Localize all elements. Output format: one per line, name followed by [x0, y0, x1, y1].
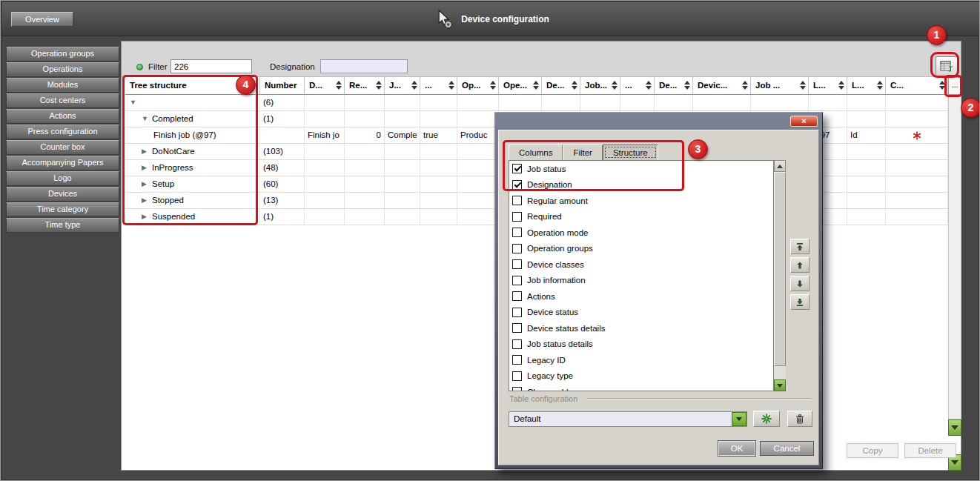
sidebar-item-accompanying-papers[interactable]: Accompanying Papers: [6, 156, 119, 170]
checkbox[interactable]: [512, 276, 522, 285]
sort-icon[interactable]: [533, 81, 539, 90]
checkbox[interactable]: [512, 355, 522, 365]
checkbox[interactable]: [512, 308, 522, 317]
scrollbar-thumb[interactable]: [774, 172, 786, 366]
checkbox[interactable]: [512, 387, 522, 391]
checkbox[interactable]: [512, 339, 522, 349]
column-header-0-tree-structure[interactable]: Tree structure: [125, 77, 260, 95]
dropdown-arrow-button[interactable]: [732, 412, 746, 426]
checkbox[interactable]: [512, 196, 522, 205]
expand-icon[interactable]: ▶: [142, 144, 152, 159]
checklist-item-regular-amount[interactable]: Regular amount: [509, 193, 773, 209]
table-settings-button[interactable]: [936, 56, 958, 76]
checkbox[interactable]: [512, 371, 522, 381]
sidebar-item-operation-groups[interactable]: Operation groups: [6, 47, 119, 62]
checkbox[interactable]: [512, 323, 522, 333]
checklist-item-legacy-id[interactable]: Legacy ID: [509, 352, 773, 368]
collapse-icon[interactable]: ▼: [142, 111, 152, 127]
checklist-item-job-information[interactable]: Job information: [509, 273, 773, 289]
sort-icon[interactable]: [838, 81, 844, 90]
column-header-1-number[interactable]: Number: [260, 77, 305, 95]
checkbox[interactable]: [512, 164, 522, 173]
column-header-16-c[interactable]: C...: [886, 77, 948, 95]
sidebar-item-counter-box[interactable]: Counter box: [6, 140, 119, 155]
column-header-12-devic[interactable]: Devic...: [693, 77, 751, 95]
sort-icon[interactable]: [877, 81, 883, 90]
filter-input[interactable]: [170, 59, 252, 73]
sort-icon[interactable]: [572, 81, 577, 90]
checklist-item-job-status[interactable]: Job status: [509, 161, 773, 177]
sort-icon[interactable]: [742, 81, 748, 90]
sort-icon[interactable]: [448, 81, 454, 90]
checklist-item-actions[interactable]: Actions: [509, 288, 773, 305]
checklist-item-legacy-type[interactable]: Legacy type: [509, 368, 773, 385]
tab-columns[interactable]: Columns: [509, 145, 563, 160]
checklist-item-operation-groups[interactable]: Operation groups: [509, 241, 773, 257]
sort-icon[interactable]: [800, 81, 806, 90]
list-scrollbar[interactable]: [774, 160, 786, 391]
cancel-button[interactable]: Cancel: [760, 441, 814, 456]
sidebar-item-logo[interactable]: Logo: [6, 171, 119, 186]
checkbox[interactable]: [512, 212, 522, 222]
tab-filter[interactable]: Filter: [563, 145, 603, 160]
ok-button[interactable]: OK: [718, 441, 755, 456]
sidebar-item-actions[interactable]: Actions: [6, 109, 119, 124]
move-up-button[interactable]: [790, 257, 810, 273]
sort-icon[interactable]: [646, 81, 652, 90]
checklist-item-device-status[interactable]: Device status: [509, 305, 773, 321]
sort-icon[interactable]: [684, 81, 690, 90]
column-header-15-l[interactable]: L...: [847, 77, 886, 95]
sort-icon[interactable]: [939, 81, 945, 90]
sidebar-item-operations[interactable]: Operations: [6, 62, 119, 77]
designation-input[interactable]: [320, 59, 408, 73]
column-header-9-job[interactable]: Job...: [580, 77, 620, 95]
sidebar-item-time-category[interactable]: Time category: [6, 202, 119, 217]
column-header-7-ope[interactable]: Ope...: [499, 77, 542, 95]
expand-icon[interactable]: ▶: [142, 176, 152, 192]
column-header-3-re[interactable]: Re...: [345, 77, 385, 95]
sort-icon[interactable]: [411, 81, 417, 90]
expand-icon[interactable]: ▶: [142, 160, 152, 176]
dialog-titlebar[interactable]: ×: [495, 113, 822, 129]
column-header-8-de[interactable]: De...: [542, 77, 580, 95]
sidebar-item-devices[interactable]: Devices: [6, 187, 119, 202]
checklist-item-changeable[interactable]: Changeable: [509, 384, 773, 391]
sort-icon[interactable]: [376, 81, 382, 90]
checkbox[interactable]: [512, 180, 522, 190]
footer-button-copy[interactable]: Copy: [847, 443, 898, 458]
new-preset-button[interactable]: [753, 411, 780, 427]
checklist-item-designation[interactable]: Designation: [509, 177, 773, 193]
sidebar-item-time-type[interactable]: Time type: [6, 218, 119, 233]
column-header-6-op[interactable]: Op...: [457, 77, 499, 95]
scroll-down-button[interactable]: [774, 379, 786, 391]
sort-icon[interactable]: [336, 81, 342, 90]
sidebar-item-press-configuration[interactable]: Press configuration: [6, 125, 119, 139]
column-header-14-l[interactable]: L...: [809, 77, 847, 95]
sort-icon[interactable]: [612, 81, 618, 90]
delete-preset-button[interactable]: [787, 411, 812, 427]
column-header-4-j[interactable]: J...: [385, 77, 420, 95]
preset-dropdown[interactable]: Default: [509, 411, 747, 427]
checkbox[interactable]: [512, 259, 522, 269]
overview-button[interactable]: Overview: [11, 12, 73, 27]
scroll-up-button[interactable]: [774, 160, 786, 172]
column-header-2-d[interactable]: D...: [305, 77, 345, 95]
close-button[interactable]: ×: [790, 116, 818, 127]
expand-icon[interactable]: ▶: [142, 193, 152, 208]
vertical-scrollbar[interactable]: [948, 95, 961, 419]
checklist-item-device-classes[interactable]: Device classes: [509, 256, 773, 273]
checklist-item-required[interactable]: Required: [509, 209, 773, 225]
collapse-icon[interactable]: ▼: [130, 95, 140, 110]
table-row-root[interactable]: ▼(6): [125, 95, 948, 111]
checklist-item-operation-mode[interactable]: Operation mode: [509, 225, 773, 241]
scroll-down-button[interactable]: [948, 419, 961, 436]
move-down-button[interactable]: [790, 276, 810, 291]
checkbox[interactable]: [512, 291, 522, 301]
sidebar-item-cost-centers[interactable]: Cost centers: [6, 93, 119, 108]
tab-structure[interactable]: Structure: [603, 145, 658, 160]
checklist-item-job-status-details[interactable]: Job status details: [509, 336, 773, 353]
sidebar-item-modules[interactable]: Modules: [6, 78, 119, 93]
move-to-bottom-button[interactable]: [790, 294, 810, 310]
checkbox[interactable]: [512, 244, 522, 253]
column-header-10-col[interactable]: ...: [620, 77, 655, 95]
